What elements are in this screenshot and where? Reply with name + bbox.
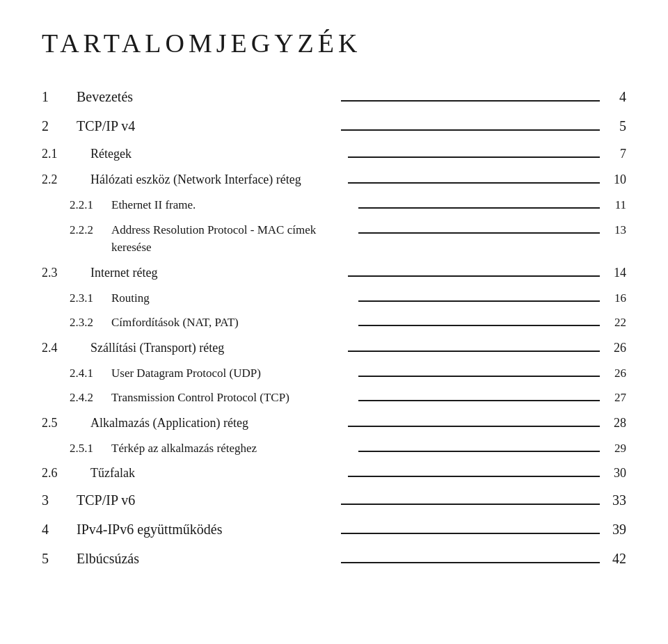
toc-number: 2: [42, 115, 77, 136]
list-item: 2.4.2Transmission Control Protocol (TCP)…: [42, 389, 626, 407]
toc-number: 2.4.1: [70, 364, 111, 383]
toc-number: 2.2.2: [70, 221, 111, 239]
toc-dots: [348, 182, 600, 184]
toc-label: Bevezetés: [77, 86, 335, 107]
toc-dots: [341, 100, 600, 102]
list-item: 2.3.1Routing16: [42, 289, 626, 307]
toc-dots: [358, 232, 600, 234]
toc-number: 2.2.1: [70, 196, 111, 214]
toc-dots: [341, 533, 600, 534]
toc-page: 29: [605, 440, 626, 458]
toc-number: 2.5: [42, 414, 90, 433]
list-item: 3TCP/IP v633: [42, 490, 626, 510]
list-item: 5Elbúcsúzás42: [42, 548, 626, 569]
toc-label: User Datagram Protocol (UDP): [111, 364, 353, 383]
toc-dots: [348, 351, 600, 352]
toc-page: 26: [605, 339, 626, 357]
toc-dots: [341, 562, 600, 563]
table-of-contents: 1Bevezetés42TCP/IP v452.1Rétegek72.2Háló…: [42, 86, 626, 569]
toc-page: 26: [605, 364, 626, 383]
page-title: Tartalomjegyzék: [42, 28, 626, 58]
toc-number: 2.2: [42, 170, 90, 189]
list-item: 2TCP/IP v45: [42, 115, 626, 136]
toc-number: 2.4.2: [70, 389, 111, 407]
toc-page: 22: [605, 314, 626, 332]
toc-page: 16: [605, 289, 626, 307]
toc-dots: [358, 400, 600, 401]
toc-number: 4: [42, 519, 77, 540]
toc-dots: [341, 504, 600, 505]
toc-page: 33: [605, 490, 626, 510]
list-item: 2.2.1Ethernet II frame.11: [42, 196, 626, 214]
list-item: 2.4.1User Datagram Protocol (UDP)26: [42, 364, 626, 383]
toc-label: Elbúcsúzás: [77, 548, 335, 569]
list-item: 2.6Tűzfalak30: [42, 464, 626, 483]
toc-page: 27: [605, 389, 626, 407]
toc-label: Address Resolution Protocol - MAC címek …: [111, 221, 353, 257]
list-item: 4IPv4-IPv6 együttműködés39: [42, 519, 626, 540]
toc-dots: [358, 207, 600, 209]
toc-number: 1: [42, 86, 77, 107]
toc-label: Szállítási (Transport) réteg: [90, 339, 342, 357]
list-item: 1Bevezetés4: [42, 86, 626, 107]
toc-label: Routing: [111, 289, 353, 307]
toc-number: 3: [42, 490, 77, 510]
toc-dots: [348, 156, 600, 158]
toc-page: 11: [605, 196, 626, 214]
toc-dots: [358, 300, 600, 302]
toc-dots: [341, 129, 600, 131]
toc-label: Rétegek: [90, 145, 342, 163]
toc-label: Hálózati eszköz (Network Interface) réte…: [90, 170, 342, 189]
toc-dots: [358, 451, 600, 452]
list-item: 2.2Hálózati eszköz (Network Interface) r…: [42, 170, 626, 189]
toc-page: 10: [605, 170, 626, 189]
toc-number: 5: [42, 548, 77, 569]
toc-label: TCP/IP v6: [77, 490, 335, 510]
toc-label: Transmission Control Protocol (TCP): [111, 389, 353, 407]
toc-number: 2.3.1: [70, 289, 111, 307]
toc-label: Alkalmazás (Application) réteg: [90, 414, 342, 433]
toc-label: Internet réteg: [90, 264, 342, 282]
toc-page: 30: [605, 464, 626, 483]
toc-page: 39: [605, 519, 626, 540]
toc-page: 5: [605, 115, 626, 136]
toc-label: Ethernet II frame.: [111, 196, 353, 214]
list-item: 2.5Alkalmazás (Application) réteg28: [42, 414, 626, 433]
list-item: 2.3Internet réteg14: [42, 264, 626, 282]
toc-dots: [348, 476, 600, 477]
toc-dots: [358, 325, 600, 326]
toc-page: 28: [605, 414, 626, 433]
toc-dots: [348, 275, 600, 277]
list-item: 2.4Szállítási (Transport) réteg26: [42, 339, 626, 357]
toc-number: 2.3: [42, 264, 90, 282]
toc-label: Térkép az alkalmazás réteghez: [111, 440, 353, 458]
toc-label: TCP/IP v4: [77, 115, 335, 136]
toc-label: Címfordítások (NAT, PAT): [111, 314, 353, 332]
list-item: 2.2.2Address Resolution Protocol - MAC c…: [42, 221, 626, 257]
toc-label: IPv4-IPv6 együttműködés: [77, 519, 335, 540]
toc-label: Tűzfalak: [90, 464, 342, 483]
toc-number: 2.1: [42, 145, 90, 163]
list-item: 2.1Rétegek7: [42, 145, 626, 163]
toc-page: 13: [605, 221, 626, 239]
toc-number: 2.3.2: [70, 314, 111, 332]
toc-dots: [348, 426, 600, 427]
toc-page: 4: [605, 86, 626, 107]
toc-page: 42: [605, 548, 626, 569]
toc-number: 2.6: [42, 464, 90, 483]
list-item: 2.3.2Címfordítások (NAT, PAT)22: [42, 314, 626, 332]
toc-number: 2.4: [42, 339, 90, 357]
toc-page: 7: [605, 145, 626, 163]
toc-page: 14: [605, 264, 626, 282]
toc-dots: [358, 376, 600, 377]
list-item: 2.5.1Térkép az alkalmazás réteghez29: [42, 440, 626, 458]
toc-number: 2.5.1: [70, 440, 111, 458]
